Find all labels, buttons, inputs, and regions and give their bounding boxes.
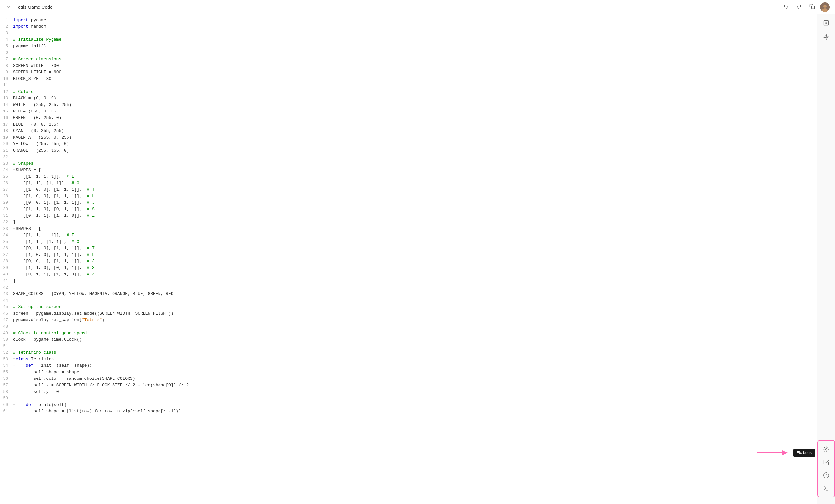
line-number: 43 — [0, 291, 13, 297]
line-number: 19 — [0, 134, 13, 141]
sidebar-btn-1[interactable] — [820, 17, 832, 29]
line-content: self.x = SCREEN_WIDTH // BLOCK_SIZE // 2… — [13, 382, 812, 388]
line-number: 51 — [0, 343, 13, 350]
code-line: 16GREEN = (0, 255, 0) — [0, 115, 817, 121]
code-line: 42 — [0, 284, 817, 291]
line-content — [13, 49, 812, 56]
fold-indicator[interactable]: ▾ — [13, 167, 15, 173]
code-line: 21ORANGE = (255, 165, 0) — [0, 147, 817, 154]
code-line: 20YELLOW = (255, 255, 0) — [0, 141, 817, 147]
line-content: [[0, 0, 1], [1, 1, 1]], # J — [13, 258, 812, 265]
line-number: 53 — [0, 356, 13, 362]
window-title: Tetris Game Code — [16, 4, 53, 10]
line-content: [[1, 1], [1, 1]], # O — [13, 180, 812, 187]
code-line: 38 [[0, 0, 1], [1, 1, 1]], # J — [0, 258, 817, 265]
sidebar-btn-2[interactable] — [820, 31, 832, 43]
line-content: [[0, 0, 1], [1, 1, 1]], # J — [13, 200, 812, 206]
app-container: ✕ Tetris Game Code — [0, 0, 835, 504]
undo-button[interactable] — [781, 2, 791, 13]
avatar[interactable] — [820, 2, 830, 12]
line-content: ] — [13, 278, 812, 284]
line-content: import random — [13, 23, 812, 30]
line-content: screen = pygame.display.set_mode((SCREEN… — [13, 310, 812, 317]
fold-indicator[interactable]: ▾ — [13, 226, 15, 232]
line-number: 11 — [0, 82, 13, 89]
close-icon: ✕ — [7, 4, 10, 10]
code-line: 24▾SHAPES = [ — [0, 167, 817, 173]
code-line: 30 [[1, 1, 0], [0, 1, 1]], # S — [0, 206, 817, 213]
fix-bugs-wrapper: Fix bugs — [757, 448, 815, 457]
line-content: SHAPES = [ — [16, 226, 812, 232]
close-button[interactable]: ✕ — [5, 4, 12, 10]
line-content: self.shape = [list(row) for row in zip(*… — [13, 408, 812, 415]
title-bar: ✕ Tetris Game Code — [0, 0, 835, 14]
code-line: 51 — [0, 343, 817, 350]
redo-button[interactable] — [794, 2, 805, 13]
code-line: 2import random — [0, 23, 817, 30]
line-number: 6 — [0, 49, 13, 56]
code-line: 13BLACK = (0, 0, 0) — [0, 95, 817, 102]
line-number: 14 — [0, 102, 13, 108]
code-line: 53▾class Tetrimino: — [0, 356, 817, 362]
code-line: 7# Screen dimensions — [0, 56, 817, 63]
line-content — [13, 323, 812, 330]
line-number: 28 — [0, 193, 13, 200]
line-number: 20 — [0, 141, 13, 147]
code-line: 43SHAPE_COLORS = [CYAN, YELLOW, MAGENTA,… — [0, 291, 817, 297]
code-line: 46screen = pygame.display.set_mode((SCRE… — [0, 310, 817, 317]
line-number: 31 — [0, 213, 13, 219]
line-number: 21 — [0, 147, 13, 154]
code-line: 25 [[1, 1, 1, 1]], # I — [0, 173, 817, 180]
code-line: 19MAGENTA = (255, 0, 255) — [0, 134, 817, 141]
code-line: 27 [[1, 0, 0], [1, 1, 1]], # T — [0, 187, 817, 193]
line-number: 41 — [0, 278, 13, 284]
sidebar-btn-4[interactable] — [820, 469, 832, 481]
line-content — [13, 284, 812, 291]
code-line: 50clock = pygame.time.Clock() — [0, 336, 817, 343]
fix-bugs-button[interactable]: Fix bugs — [793, 448, 815, 457]
sidebar-btn-5[interactable] — [820, 482, 832, 494]
copy-icon — [809, 4, 815, 11]
code-line: 52# Tetrimino class — [0, 350, 817, 356]
fold-indicator[interactable]: ▾ — [13, 402, 15, 408]
line-number: 15 — [0, 108, 13, 115]
line-number: 45 — [0, 304, 13, 310]
code-line: 44 — [0, 297, 817, 304]
line-content: [[1, 1, 1, 1]], # I — [13, 232, 812, 239]
line-number: 26 — [0, 180, 13, 187]
line-content: [[1, 0, 0], [1, 1, 1]], # L — [13, 193, 812, 200]
line-number: 54 — [0, 362, 13, 369]
code-line: 15RED = (255, 0, 0) — [0, 108, 817, 115]
line-number: 33 — [0, 226, 13, 232]
line-number: 23 — [0, 161, 13, 167]
code-editor[interactable]: 1import pygame2import random3 4# Initial… — [0, 14, 817, 504]
line-number: 35 — [0, 239, 13, 245]
arrow-svg — [757, 449, 790, 457]
line-content: [[1, 1, 0], [0, 1, 1]], # S — [13, 265, 812, 271]
code-line: 41] — [0, 278, 817, 284]
line-number: 1 — [0, 17, 13, 23]
line-number: 18 — [0, 128, 13, 134]
title-bar-right — [781, 2, 830, 13]
fix-bugs-icon-btn[interactable] — [820, 443, 832, 455]
copy-button[interactable] — [807, 2, 817, 13]
code-line: 49# Clock to control game speed — [0, 330, 817, 336]
line-number: 36 — [0, 245, 13, 252]
line-content: SCREEN_WIDTH = 300 — [13, 63, 812, 69]
line-content: WHITE = (255, 255, 255) — [13, 102, 812, 108]
sidebar-btn-3[interactable] — [820, 456, 832, 468]
line-number: 17 — [0, 121, 13, 128]
line-number: 9 — [0, 69, 13, 76]
line-content — [13, 154, 812, 161]
line-content: # Clock to control game speed — [13, 330, 812, 336]
code-line: 47pygame.display.set_caption("Tetris") — [0, 317, 817, 323]
fold-indicator[interactable]: ▾ — [13, 362, 15, 369]
line-number: 12 — [0, 89, 13, 95]
line-number: 47 — [0, 317, 13, 323]
fold-indicator[interactable]: ▾ — [13, 356, 15, 362]
line-number: 7 — [0, 56, 13, 63]
code-line: 60▾ def rotate(self): — [0, 402, 817, 408]
line-content: BLACK = (0, 0, 0) — [13, 95, 812, 102]
line-content — [13, 82, 812, 89]
code-line: 12# Colors — [0, 89, 817, 95]
